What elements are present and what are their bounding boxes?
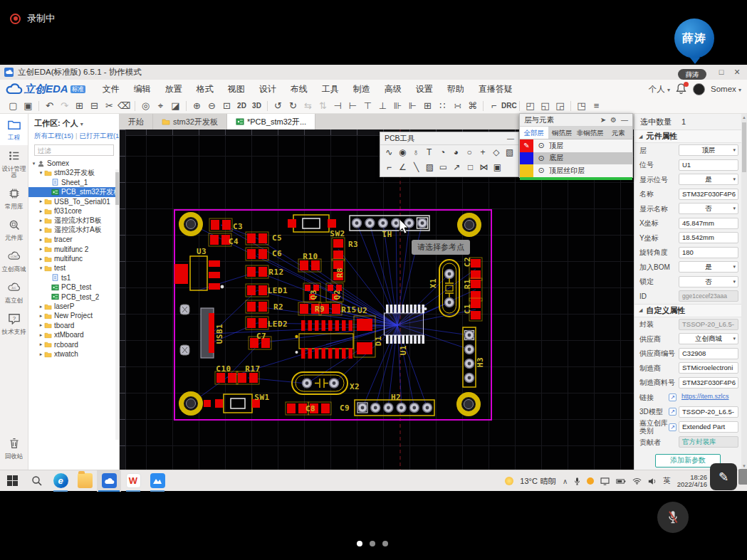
doc-tab-stm32-[interactable]: stm32开发板: [153, 114, 227, 130]
sidebar-item-common-lib[interactable]: 常用库: [0, 183, 28, 214]
pcb-tool-arc-icon[interactable]: ◔: [436, 145, 449, 160]
notification-bell-icon[interactable]: [676, 83, 687, 95]
align-bottom-icon[interactable]: ⊥: [375, 98, 390, 113]
menu-设置[interactable]: 设置: [409, 80, 440, 98]
external-link-icon[interactable]: ↗: [669, 423, 677, 431]
sidebar-item-lcsc-mall[interactable]: LCSC立创商城: [0, 245, 28, 277]
align-right-icon[interactable]: ⊢: [345, 98, 360, 113]
taskbar-wps[interactable]: W: [121, 470, 145, 492]
external-link-icon[interactable]: ↗: [669, 393, 677, 401]
tree-item-tracer[interactable]: ▸tracer: [28, 235, 119, 244]
tree-item-PCB_test_2[interactable]: PCB_test_2: [28, 292, 119, 301]
sidebar-item-component-lib[interactable]: 元件库: [0, 214, 28, 245]
pcb-tool-group-icon[interactable]: ⋈: [477, 160, 491, 175]
zoom-fit-icon[interactable]: ⊡: [219, 98, 234, 113]
tab-open-projects[interactable]: 已打开工程(15: [79, 132, 120, 139]
tray-display-icon[interactable]: [600, 477, 610, 485]
pcb-tool-solid-region-icon[interactable]: ▭: [437, 160, 450, 175]
page-dot-2[interactable]: [370, 541, 375, 546]
layer-row-顶层丝印层[interactable]: ⊙顶层丝印层: [520, 164, 632, 177]
menu-制造[interactable]: 制造: [346, 80, 377, 98]
pcb-tool-rect-icon[interactable]: □: [464, 160, 477, 175]
prop-层-select[interactable]: 顶层▾: [679, 144, 738, 156]
tray-expand-icon[interactable]: ∧: [563, 477, 568, 485]
pcb-tool-keepout-icon[interactable]: ◇: [489, 145, 503, 160]
account-menu[interactable]: Somex ▾: [711, 85, 741, 93]
footprint-c-icon[interactable]: ◲: [553, 98, 568, 113]
layer-color-swatch[interactable]: [520, 164, 533, 177]
paste-icon[interactable]: ⊟: [87, 98, 102, 113]
prop-旋转角度-input[interactable]: 180: [679, 247, 738, 258]
close-button[interactable]: ×: [731, 66, 743, 78]
taskbar-meeting[interactable]: [145, 470, 169, 492]
tree-item-Sheet_1[interactable]: Sheet_1: [28, 178, 119, 187]
menu-工具[interactable]: 工具: [315, 80, 346, 98]
import-icon[interactable]: ◳: [574, 98, 589, 113]
tree-item-xtwatch[interactable]: ▸xtwatch: [28, 349, 119, 359]
doc-tab--[interactable]: 开始: [120, 114, 153, 130]
tray-mic-icon[interactable]: [574, 477, 580, 486]
prop-位号-input[interactable]: U1: [679, 159, 738, 171]
prop-X坐标-input[interactable]: 45.847mm: [679, 218, 738, 229]
eye-icon[interactable]: ⊙: [533, 154, 549, 163]
menu-视图[interactable]: 视图: [221, 80, 252, 98]
external-link-icon[interactable]: ↗: [669, 408, 677, 416]
menu-文件[interactable]: 文件: [95, 80, 127, 98]
tree-item-New Project[interactable]: ▸New Project: [28, 311, 119, 320]
layer-tab-元素[interactable]: 元素: [605, 127, 633, 139]
prop-制造商-input[interactable]: STMicroelectroni: [679, 362, 738, 374]
tree-item-xtMboard[interactable]: ▸xtMboard: [28, 330, 119, 339]
pcb-tool-text-icon[interactable]: T: [422, 145, 436, 160]
pin-icon[interactable]: ➤: [600, 116, 606, 124]
tree-item-multifunc[interactable]: ▸multifunc: [28, 254, 119, 263]
tree-item-Somex[interactable]: ▾Somex: [28, 159, 119, 168]
menu-高级[interactable]: 高级: [377, 80, 409, 98]
sidebar-item-support[interactable]: ?技术支持: [0, 308, 28, 339]
tray-wifi-icon[interactable]: [632, 477, 642, 485]
align-left-icon[interactable]: ⊣: [330, 98, 345, 113]
cut-icon[interactable]: ✂: [102, 98, 117, 113]
minimize-panel-icon[interactable]: —: [621, 116, 628, 124]
footprint-b-icon[interactable]: ◱: [538, 98, 553, 113]
properties-scrollbar[interactable]: ▲ ▼: [741, 114, 747, 470]
save-icon[interactable]: ▣: [21, 98, 36, 113]
page-dots[interactable]: [357, 541, 388, 546]
distribute-horizontal-icon[interactable]: ⊪: [390, 98, 405, 113]
tree-item-遥控流水灯B板[interactable]: ▸遥控流水灯B板: [28, 216, 119, 225]
sidebar-item-design-manager[interactable]: 设计管理器: [0, 145, 28, 183]
prop-加入BOM-select[interactable]: 是▾: [679, 261, 738, 273]
rotate-cw-icon[interactable]: ↻: [286, 98, 301, 113]
pcb-tool-canvas-attr-icon[interactable]: ▣: [491, 160, 504, 175]
webcam-avatar[interactable]: 薛涛: [674, 19, 714, 58]
project-tree-scrollbar[interactable]: [115, 169, 119, 440]
tray-volume-icon[interactable]: [648, 477, 657, 485]
account-avatar[interactable]: [693, 83, 705, 95]
mic-muted-button[interactable]: [657, 502, 689, 533]
tray-input-language[interactable]: 英: [663, 476, 671, 486]
tree-item-遥控流水灯A板[interactable]: ▸遥控流水灯A板: [28, 226, 119, 235]
menu-布线[interactable]: 布线: [283, 80, 315, 98]
gear-icon[interactable]: ⚙: [610, 116, 617, 124]
array-icon[interactable]: ⊞: [420, 98, 435, 113]
pcb-tool-measure-icon[interactable]: ↗: [450, 160, 464, 175]
pcb-canvas[interactable]: C3C4C5C6R10SW2R3R12R8LED1Q3Q2R2R9R15U2LE…: [120, 130, 634, 470]
pcb-tool-track-icon[interactable]: ∿: [382, 145, 396, 160]
pcb-tool-arc-center-icon[interactable]: ◕: [449, 145, 463, 160]
minimize-panel-icon[interactable]: —: [507, 134, 514, 142]
page-dot-1[interactable]: [357, 541, 362, 546]
shortcut-icon[interactable]: ⌘: [465, 98, 480, 113]
section-自定义属性[interactable]: ◢自定义属性: [634, 304, 741, 317]
prop-显示位号-select[interactable]: 是▾: [679, 174, 738, 185]
zoom-out-icon[interactable]: ⊖: [204, 98, 219, 113]
taskbar-lceda[interactable]: [97, 470, 121, 492]
menu-帮助[interactable]: 帮助: [440, 80, 471, 98]
route-icon[interactable]: ⌐: [486, 98, 501, 113]
layer-row-顶层[interactable]: ✎⊙顶层: [520, 139, 632, 152]
prop-链接-link[interactable]: https://item.szlcs: [679, 391, 738, 403]
taskbar-explorer[interactable]: [73, 470, 97, 492]
workspace-switcher[interactable]: 个人 ▾: [649, 84, 670, 95]
tray-battery-icon[interactable]: [616, 478, 626, 485]
find-similar-icon[interactable]: ⌖: [153, 98, 168, 113]
layer-color-swatch[interactable]: [520, 152, 533, 165]
undo-icon[interactable]: ↶: [42, 98, 57, 113]
